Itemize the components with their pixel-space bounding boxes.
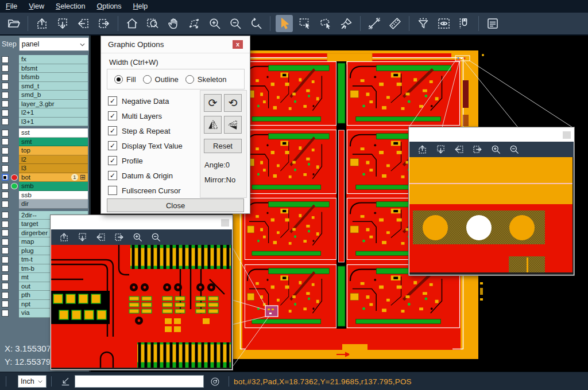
select-polygon-button[interactable]	[317, 15, 334, 32]
pan-right-button[interactable]	[95, 15, 113, 32]
option-step-repeat[interactable]: ✓Step & Repeat	[108, 123, 183, 138]
pan-right-button[interactable]	[470, 143, 484, 157]
layer-checkbox[interactable]	[2, 265, 9, 272]
layer-row-smd_t[interactable]: smd_t	[0, 82, 89, 91]
layer-checkbox[interactable]	[2, 156, 9, 163]
reset-button[interactable]: Reset	[204, 139, 242, 153]
layer-checkbox[interactable]	[2, 65, 9, 72]
layer-checkbox[interactable]	[2, 183, 9, 190]
layer-checkbox[interactable]	[2, 118, 9, 125]
zoom-window-2[interactable]	[409, 127, 574, 275]
pan-down-button[interactable]	[54, 15, 71, 32]
corner-angle-icon[interactable]	[60, 376, 71, 387]
layer-row-fx[interactable]: fx	[0, 55, 89, 64]
radio-icon[interactable]	[143, 75, 152, 84]
checkbox-icon[interactable]: ✓	[108, 126, 117, 135]
layer-checkbox[interactable]	[2, 239, 9, 245]
radio-icon[interactable]	[114, 75, 123, 84]
layer-checkbox[interactable]	[2, 100, 9, 107]
layer-checkbox[interactable]	[2, 192, 9, 198]
radio-skeleton[interactable]: Skeleton	[185, 75, 227, 84]
dialog-titlebar[interactable]: Graphic Options x	[101, 36, 250, 53]
mirror-vertical-button[interactable]	[224, 116, 242, 134]
zoom-home-button[interactable]	[123, 15, 141, 32]
pan-left-button[interactable]	[452, 143, 466, 157]
layer-row-l3+1[interactable]: l3+1	[0, 118, 89, 127]
pan-left-button[interactable]	[94, 231, 107, 244]
checkbox-icon[interactable]	[108, 186, 117, 195]
menu-selection[interactable]: Selection	[50, 2, 91, 10]
zoom-out-button[interactable]	[149, 231, 163, 244]
preview-button[interactable]	[435, 15, 452, 32]
radio-icon[interactable]	[185, 75, 194, 84]
layer-row-bfsmt[interactable]: bfsmt	[0, 64, 89, 73]
zoom-window-button[interactable]	[144, 15, 161, 32]
radio-outline[interactable]: Outline	[143, 75, 179, 84]
option-profile[interactable]: ✓Profile	[108, 153, 183, 168]
log-panel-button[interactable]	[484, 15, 501, 32]
open-file-button[interactable]	[5, 15, 22, 32]
pan-hand-button[interactable]	[165, 15, 182, 32]
rotate-ccw-button[interactable]: ⟲	[224, 94, 242, 112]
layer-row-smt[interactable]: smt	[0, 138, 89, 147]
menu-help[interactable]: Help	[127, 2, 154, 10]
zoom-window-1-titlebar[interactable]	[51, 216, 232, 229]
zoom-in-button[interactable]	[130, 231, 144, 244]
pan-up-button[interactable]	[33, 15, 51, 32]
layer-checkbox[interactable]	[2, 110, 9, 116]
pan-right-button[interactable]	[112, 231, 126, 244]
layer-checkbox[interactable]	[2, 229, 9, 236]
checkbox-icon[interactable]: ✓	[108, 171, 117, 180]
select-rectangle-button[interactable]	[296, 15, 314, 32]
layer-row-l2+1[interactable]: l2+1	[0, 108, 89, 118]
layer-checkbox[interactable]	[2, 174, 9, 181]
layer-row-layer_3.gbr[interactable]: layer_3.gbr	[0, 100, 89, 109]
layer-checkbox[interactable]	[2, 56, 9, 63]
rotate-cw-button[interactable]: ⟳	[204, 94, 222, 112]
option-display-text-value[interactable]: ✓Display Text Value	[108, 138, 183, 153]
layer-checkbox[interactable]	[2, 247, 9, 254]
ruler-button[interactable]	[386, 15, 404, 32]
layer-checkbox[interactable]	[2, 301, 9, 307]
menu-file[interactable]: File	[0, 2, 23, 10]
pan-down-button[interactable]	[434, 143, 447, 157]
close-button[interactable]: Close	[107, 198, 244, 212]
step-repeat-grid-icon[interactable]: ⊞	[80, 174, 86, 181]
layer-checkbox[interactable]	[2, 212, 9, 219]
layer-row-l3[interactable]: l3	[0, 164, 89, 173]
layer-row-smd_b[interactable]: smd_b	[0, 91, 89, 100]
layer-row-top[interactable]: top	[0, 146, 89, 155]
menu-view[interactable]: View	[23, 2, 50, 10]
checkbox-icon[interactable]: ✓	[108, 111, 117, 120]
zoom-in-button[interactable]	[206, 15, 223, 32]
option-fullscreen-cursor[interactable]: Fullscreen Cursor	[108, 183, 183, 198]
zoom-previous-button[interactable]	[247, 15, 265, 32]
layer-checkbox[interactable]	[2, 201, 9, 208]
radio-fill[interactable]: Fill	[114, 75, 136, 84]
pan-left-button[interactable]	[75, 15, 92, 32]
move-measure-button[interactable]	[185, 15, 203, 32]
step-select[interactable]: panel	[19, 37, 89, 51]
mirror-horizontal-button[interactable]	[204, 116, 222, 134]
menu-options[interactable]: Options	[91, 2, 127, 10]
zoom-out-button[interactable]	[507, 143, 521, 157]
layer-checkbox[interactable]	[2, 310, 9, 317]
layer-checkbox[interactable]	[2, 274, 9, 281]
window-button[interactable]	[221, 219, 229, 227]
pan-up-button[interactable]	[415, 143, 429, 157]
layer-row-dir[interactable]: dir	[0, 200, 89, 209]
layer-checkbox[interactable]	[2, 147, 9, 154]
layer-row-ssb[interactable]: ssb	[0, 191, 89, 200]
layer-checkbox[interactable]	[2, 221, 9, 228]
pan-up-button[interactable]	[57, 231, 71, 244]
layer-row-bfsmb[interactable]: bfsmb	[0, 73, 89, 82]
layer-checkbox[interactable]	[2, 256, 9, 263]
zoom-in-button[interactable]	[489, 143, 502, 157]
window-button[interactable]	[563, 131, 571, 139]
zoom-out-button[interactable]	[227, 15, 244, 32]
zoom-window-2-titlebar[interactable]	[409, 128, 574, 142]
dialog-close-button[interactable]: x	[233, 40, 243, 49]
command-input[interactable]	[75, 375, 204, 388]
layer-checkbox[interactable]	[2, 165, 9, 172]
option-multi-layers[interactable]: ✓Multi Layers	[108, 108, 183, 123]
